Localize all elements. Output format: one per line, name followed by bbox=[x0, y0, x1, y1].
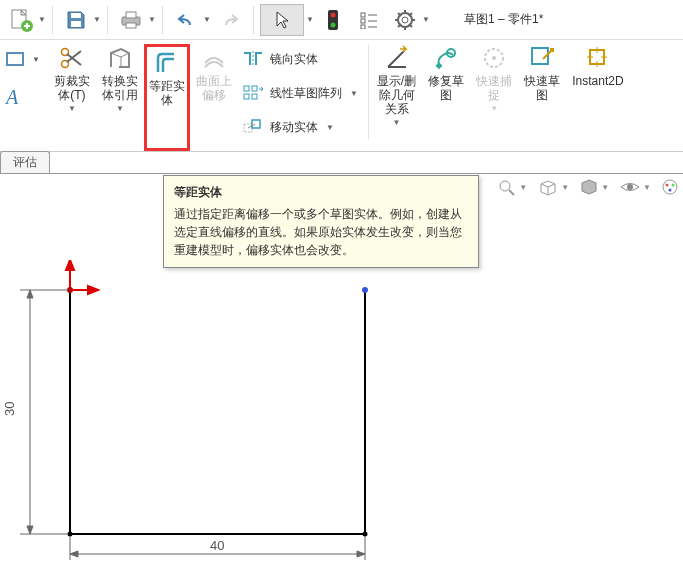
display-icon bbox=[579, 178, 599, 196]
view-mode-button[interactable]: ▼ bbox=[537, 178, 569, 196]
svg-rect-2 bbox=[71, 21, 81, 27]
panel-tab-strip: 评估 bbox=[0, 152, 683, 174]
offset-icon bbox=[154, 50, 180, 76]
svg-point-66 bbox=[68, 532, 73, 537]
snap-icon bbox=[481, 45, 507, 71]
list-button[interactable] bbox=[352, 4, 386, 36]
mirror-icon bbox=[242, 50, 264, 68]
svg-rect-36 bbox=[252, 94, 257, 99]
undo-dropdown[interactable]: ▼ bbox=[203, 15, 211, 24]
repair-sketch-button[interactable]: 修复草 图 bbox=[422, 44, 470, 151]
zoom-fit-icon bbox=[497, 178, 517, 196]
offset-entities-button[interactable]: 等距实 体 bbox=[144, 44, 190, 151]
show-delete-relations-button[interactable]: 显示/删 除几何 关系 ▼ bbox=[371, 44, 422, 151]
surface-offset-icon bbox=[201, 45, 227, 71]
svg-rect-11 bbox=[361, 19, 365, 23]
document-title: 草图1 – 零件1* bbox=[464, 11, 543, 28]
svg-point-54 bbox=[663, 180, 677, 194]
quick-sketch-button[interactable]: 快速草 图 bbox=[518, 44, 566, 151]
new-button[interactable] bbox=[4, 4, 38, 36]
traffic-button[interactable] bbox=[316, 4, 350, 36]
appearance-icon bbox=[661, 178, 679, 196]
scissors-icon bbox=[59, 45, 85, 71]
svg-marker-77 bbox=[70, 551, 78, 557]
print-button[interactable] bbox=[114, 4, 148, 36]
svg-rect-34 bbox=[252, 86, 257, 91]
instant2d-icon bbox=[585, 45, 611, 71]
appearance-button[interactable] bbox=[661, 178, 679, 196]
move-icon bbox=[242, 118, 264, 136]
move-entities-button[interactable]: 移动实体 ▼ bbox=[242, 116, 358, 138]
tooltip-title: 等距实体 bbox=[174, 184, 468, 201]
print-icon bbox=[120, 10, 142, 30]
svg-point-68 bbox=[362, 287, 368, 293]
select-dropdown[interactable]: ▼ bbox=[306, 15, 314, 24]
quick-sketch-icon bbox=[529, 45, 555, 71]
svg-marker-73 bbox=[27, 526, 33, 534]
quick-snap-button: 快速捕 捉 ▼ bbox=[470, 44, 518, 151]
text-tool[interactable]: A bbox=[4, 86, 40, 108]
text-icon: A bbox=[4, 86, 26, 108]
svg-point-8 bbox=[331, 12, 336, 17]
svg-line-39 bbox=[388, 51, 404, 67]
redo-icon bbox=[220, 12, 240, 28]
svg-rect-12 bbox=[361, 25, 365, 29]
height-dimension[interactable]: 30 bbox=[2, 402, 17, 416]
svg-point-56 bbox=[672, 184, 675, 187]
svg-rect-35 bbox=[244, 94, 249, 99]
svg-rect-5 bbox=[126, 12, 136, 18]
svg-marker-61 bbox=[88, 286, 98, 294]
svg-point-9 bbox=[331, 22, 336, 27]
display-mode-button[interactable]: ▼ bbox=[579, 178, 609, 196]
svg-marker-72 bbox=[27, 290, 33, 298]
svg-point-17 bbox=[402, 17, 408, 23]
redo-button[interactable] bbox=[213, 4, 247, 36]
svg-point-67 bbox=[363, 532, 368, 537]
svg-rect-42 bbox=[436, 62, 443, 69]
linear-pattern-button[interactable]: 线性草图阵列 ▼ bbox=[242, 82, 358, 104]
cursor-icon bbox=[274, 10, 290, 30]
eye-icon bbox=[619, 180, 641, 194]
svg-rect-33 bbox=[244, 86, 249, 91]
trim-entities-button[interactable]: 剪裁实 体(T) ▼ bbox=[48, 44, 96, 151]
repair-icon bbox=[433, 45, 459, 71]
pattern-icon bbox=[242, 84, 264, 102]
cube-view-icon bbox=[537, 178, 559, 196]
settings-button[interactable] bbox=[388, 4, 422, 36]
tooltip: 等距实体 通过指定距离偏移一个或多个草图实体。例如，创建从选定直线偏移的直线。如… bbox=[163, 175, 479, 268]
tab-evaluate[interactable]: 评估 bbox=[0, 151, 50, 173]
save-icon bbox=[66, 10, 86, 30]
svg-point-57 bbox=[669, 189, 672, 192]
save-button[interactable] bbox=[59, 4, 93, 36]
svg-marker-59 bbox=[66, 260, 74, 270]
instant2d-button[interactable]: Instant2D bbox=[566, 44, 629, 151]
print-dropdown[interactable]: ▼ bbox=[148, 15, 156, 24]
list-icon bbox=[359, 11, 379, 29]
svg-point-55 bbox=[666, 184, 669, 187]
svg-rect-6 bbox=[126, 23, 136, 28]
rectangle-icon bbox=[5, 51, 25, 67]
canvas-toolbar: ▼ ▼ ▼ ▼ bbox=[497, 178, 679, 196]
sketch-canvas[interactable]: 30 40 bbox=[0, 260, 683, 563]
save-dropdown[interactable]: ▼ bbox=[93, 15, 101, 24]
rectangle-tool[interactable]: ▼ bbox=[4, 48, 40, 70]
undo-button[interactable] bbox=[169, 4, 203, 36]
svg-marker-78 bbox=[357, 551, 365, 557]
visibility-button[interactable]: ▼ bbox=[619, 180, 651, 194]
tooltip-body: 通过指定距离偏移一个或多个草图实体。例如，创建从选定直线偏移的直线。如果原始实体… bbox=[174, 205, 468, 259]
settings-dropdown[interactable]: ▼ bbox=[422, 15, 430, 24]
gear-icon bbox=[395, 10, 415, 30]
undo-icon bbox=[176, 12, 196, 28]
mirror-entities-button[interactable]: 镜向实体 bbox=[242, 48, 358, 70]
convert-entities-button[interactable]: 转换实 体引用 ▼ bbox=[96, 44, 144, 151]
zoom-fit-button[interactable]: ▼ bbox=[497, 178, 527, 196]
select-button[interactable] bbox=[260, 4, 304, 36]
quick-access-toolbar: ▼ ▼ ▼ ▼ ▼ ▼ 草图1 – 零件1* bbox=[0, 0, 683, 40]
relations-icon bbox=[384, 45, 410, 71]
new-dropdown[interactable]: ▼ bbox=[38, 15, 46, 24]
convert-icon bbox=[107, 45, 133, 71]
svg-text:A: A bbox=[4, 86, 19, 108]
svg-point-53 bbox=[627, 184, 633, 190]
width-dimension[interactable]: 40 bbox=[210, 538, 224, 553]
svg-line-52 bbox=[509, 190, 514, 195]
